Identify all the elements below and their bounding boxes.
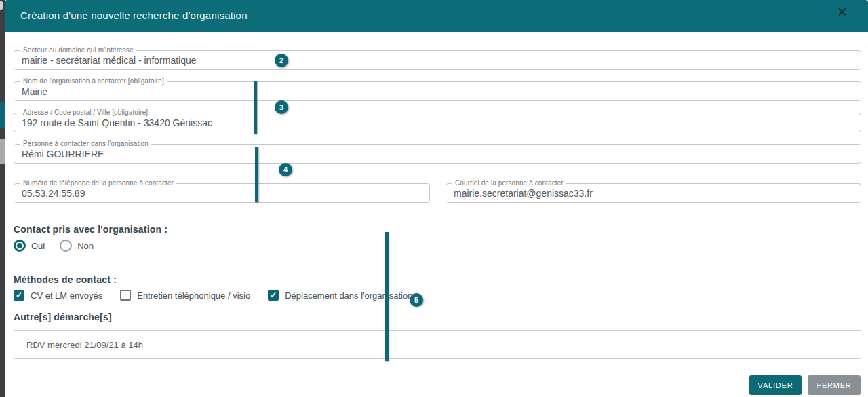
- annotation-marker-bar-4: [255, 147, 258, 202]
- close-icon[interactable]: ✕: [834, 4, 850, 20]
- dialog-header: Création d'une nouvelle recherche d'orga…: [5, 0, 868, 32]
- checkbox-option-cv-lm[interactable]: ✓ CV et LM envoyés: [14, 290, 102, 301]
- sector-field-value: mairie - secrétariat médical - informati…: [22, 55, 197, 66]
- checkbox-unchecked-icon[interactable]: [120, 290, 131, 301]
- radio-selected-icon[interactable]: [14, 240, 26, 252]
- fermer-button[interactable]: FERMER: [808, 375, 861, 395]
- contact-person-value: Rémi GOURRIERE: [22, 149, 104, 159]
- address-field-label: Adresse / Code postal / Ville [obligatoi…: [20, 109, 151, 116]
- sector-field-label: Secteur ou domaine qui m'intéresse: [20, 46, 136, 54]
- background-sidebar-accent: [0, 102, 5, 128]
- organization-name-value: Mairie: [22, 86, 47, 97]
- annotation-badge-3: 3: [275, 100, 288, 114]
- background-sidebar-item: [0, 139, 5, 164]
- radio-unselected-icon[interactable]: [60, 240, 72, 252]
- sector-field[interactable]: Secteur ou domaine qui m'intéresse mairi…: [14, 50, 861, 70]
- other-steps-textarea[interactable]: RDV mercredi 21/09/21 à 14h: [14, 330, 861, 359]
- other-steps-heading: Autre[s] démarche[s]: [14, 311, 112, 322]
- checkbox-deplacement-label: Déplacement dans l'organisation: [285, 290, 412, 301]
- checkbox-checked-icon[interactable]: ✓: [268, 290, 279, 301]
- contact-made-radio-group: Oui Non: [14, 240, 94, 252]
- contact-person-label: Personne à contacter dans l'organisation: [20, 140, 151, 147]
- phone-field[interactable]: Numéro de téléphone de la personne à con…: [14, 183, 430, 203]
- contact-methods-group: ✓ CV et LM envoyés Entretien téléphoniqu…: [14, 290, 412, 301]
- radio-oui-label: Oui: [31, 241, 45, 251]
- email-field-label: Courriel de la personne à contacter: [452, 179, 566, 187]
- email-field-value: mairie.secretariat@genissac33.fr: [454, 188, 593, 199]
- valider-button[interactable]: VALIDER: [749, 375, 802, 395]
- annotation-badge-4: 4: [279, 163, 292, 176]
- contact-methods-heading: Méthodes de contact :: [14, 274, 117, 285]
- phone-field-value: 05.53.24.55.89: [22, 188, 85, 199]
- organization-name-field[interactable]: Nom de l'organisation à contacter [oblig…: [14, 81, 861, 101]
- radio-option-non[interactable]: Non: [60, 240, 94, 252]
- background-app-edge: [0, 0, 5, 397]
- email-field[interactable]: Courriel de la personne à contacter mair…: [446, 183, 861, 203]
- create-organization-search-dialog: Création d'une nouvelle recherche d'orga…: [5, 0, 868, 397]
- radio-non-label: Non: [77, 241, 94, 251]
- radio-option-oui[interactable]: Oui: [14, 240, 45, 252]
- checkbox-option-entretien[interactable]: Entretien téléphonique / visio: [120, 290, 250, 301]
- contact-made-heading: Contact pris avec l'organisation :: [14, 224, 167, 235]
- organization-name-label: Nom de l'organisation à contacter [oblig…: [20, 77, 167, 85]
- checkbox-cv-lm-label: CV et LM envoyés: [31, 290, 102, 301]
- section-divider: [8, 265, 868, 265]
- background-notch: [0, 1, 3, 10]
- address-field-value: 192 route de Saint Quentin - 33420 Génis…: [22, 117, 212, 128]
- footer-divider: [5, 364, 868, 364]
- annotation-badge-5: 5: [410, 293, 423, 307]
- contact-person-field[interactable]: Personne à contacter dans l'organisation…: [14, 144, 861, 164]
- screen: Création d'une nouvelle recherche d'orga…: [0, 0, 868, 397]
- phone-field-label: Numéro de téléphone de la personne à con…: [20, 179, 176, 187]
- annotation-marker-bar-3: [254, 81, 257, 134]
- dialog-title: Création d'une nouvelle recherche d'orga…: [20, 10, 248, 21]
- annotation-badge-2: 2: [275, 54, 288, 67]
- annotation-marker-bar-5: [385, 232, 389, 361]
- other-steps-value: RDV mercredi 21/09/21 à 14h: [26, 340, 143, 350]
- checkbox-checked-icon[interactable]: ✓: [14, 290, 24, 301]
- checkbox-option-deplacement[interactable]: ✓ Déplacement dans l'organisation: [268, 290, 412, 301]
- address-field[interactable]: Adresse / Code postal / Ville [obligatoi…: [14, 113, 861, 132]
- checkbox-entretien-label: Entretien téléphonique / visio: [137, 290, 250, 301]
